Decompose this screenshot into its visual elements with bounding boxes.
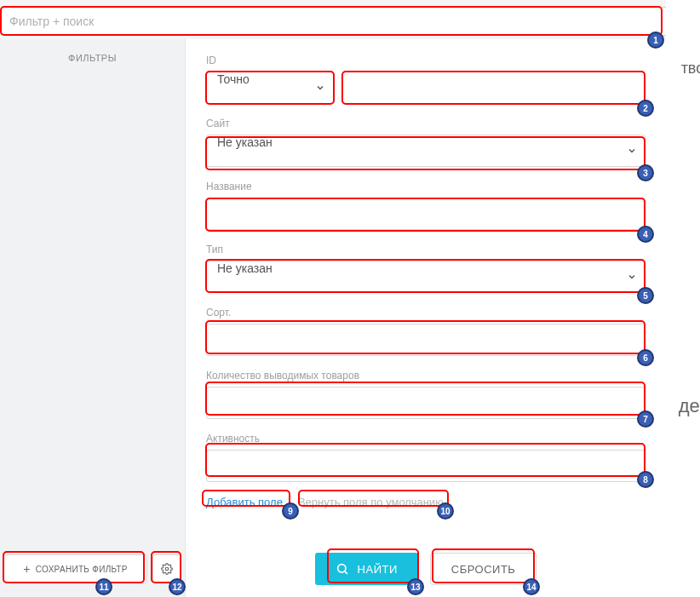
- type-select-value: Не указан: [206, 261, 645, 293]
- annotation-badge: 3: [637, 164, 654, 181]
- annotation-badge: 8: [637, 471, 654, 488]
- annotation-badge: 13: [407, 578, 424, 595]
- field-label-id: ID: [206, 55, 645, 66]
- annotation-badge: 10: [437, 502, 454, 520]
- annotation-badge: 5: [637, 287, 654, 304]
- field-label-type: Тип: [206, 244, 645, 255]
- active-input[interactable]: [206, 450, 645, 482]
- svg-point-2: [165, 567, 169, 571]
- annotation-badge: 11: [95, 578, 112, 595]
- site-select-value: Не указан: [206, 135, 645, 167]
- annotation-badge: 2: [637, 100, 654, 117]
- sort-input[interactable]: [206, 324, 645, 356]
- id-value-input[interactable]: [342, 72, 645, 104]
- annotation-badge: 7: [637, 410, 654, 428]
- field-label-name: Название: [206, 181, 645, 192]
- search-icon: [336, 562, 349, 576]
- annotation-badge: 6: [637, 349, 654, 366]
- field-label-active: Активность: [206, 433, 645, 445]
- save-filter-label: СОХРАНИТЬ ФИЛЬТР: [36, 565, 128, 574]
- search-bar: [0, 7, 697, 36]
- filter-panel: ID Точно Сайт Не указан Название Тип Не …: [186, 39, 666, 597]
- annotation-badge: 9: [282, 502, 299, 520]
- type-select[interactable]: Не указан: [206, 261, 645, 293]
- plus-icon: +: [23, 562, 30, 576]
- reset-button[interactable]: СБРОСИТЬ: [430, 553, 537, 585]
- find-button[interactable]: НАЙТИ: [315, 553, 418, 585]
- name-input[interactable]: [206, 198, 645, 230]
- annotation-badge: 12: [169, 578, 186, 595]
- gear-icon: [161, 563, 173, 575]
- background-fragment: тво по ден: [666, 0, 700, 597]
- field-label-limit: Количество выводимых товаров: [206, 370, 645, 382]
- svg-line-4: [345, 571, 347, 574]
- id-mode-value: Точно: [206, 72, 334, 104]
- save-filter-button[interactable]: + СОХРАНИТЬ ФИЛЬТР: [3, 554, 147, 583]
- annotation-badge: 14: [523, 578, 540, 595]
- add-field-link[interactable]: Добавить поле: [206, 496, 283, 508]
- sidebar: ФИЛЬТРЫ + СОХРАНИТЬ ФИЛЬТР: [0, 39, 186, 597]
- field-label-sort: Сорт.: [206, 307, 645, 319]
- reset-fields-link[interactable]: Вернуть поля по умолчанию: [298, 496, 444, 508]
- annotation-badge: 1: [647, 32, 664, 49]
- reset-button-label: СБРОСИТЬ: [451, 563, 516, 576]
- svg-point-3: [337, 565, 345, 572]
- limit-input[interactable]: [206, 387, 645, 419]
- search-input[interactable]: [9, 14, 675, 28]
- find-button-label: НАЙТИ: [358, 563, 398, 576]
- annotation-badge: 4: [637, 226, 654, 243]
- id-mode-select[interactable]: Точно: [206, 72, 334, 104]
- site-select[interactable]: Не указан: [206, 135, 645, 167]
- sidebar-title: ФИЛЬТРЫ: [0, 39, 185, 77]
- field-label-site: Сайт: [206, 118, 645, 129]
